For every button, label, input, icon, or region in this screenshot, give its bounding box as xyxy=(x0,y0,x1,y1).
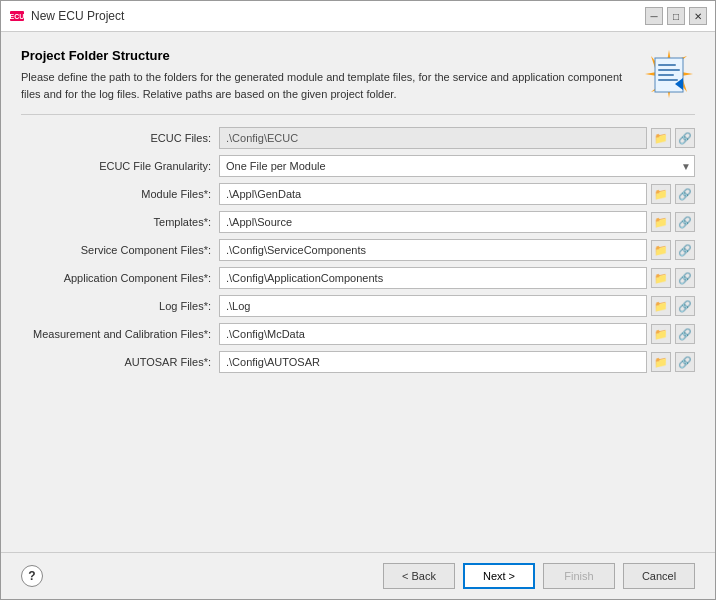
module-files-input-wrapper: 📁 🔗 xyxy=(219,183,695,205)
svg-rect-13 xyxy=(658,74,674,76)
app-icon: ECU xyxy=(9,8,25,24)
svg-rect-12 xyxy=(658,69,680,71)
app-component-link-button[interactable]: 🔗 xyxy=(675,268,695,288)
measurement-input[interactable] xyxy=(219,323,647,345)
app-component-browse-button[interactable]: 📁 xyxy=(651,268,671,288)
module-files-label: Module Files*: xyxy=(21,188,211,200)
templates-link-button[interactable]: 🔗 xyxy=(675,212,695,232)
ecuc-files-label: ECUC Files: xyxy=(21,132,211,144)
module-files-input[interactable] xyxy=(219,183,647,205)
templates-input-wrapper: 📁 🔗 xyxy=(219,211,695,233)
log-files-label: Log Files*: xyxy=(21,300,211,312)
header-section: Project Folder Structure Please define t… xyxy=(21,48,695,102)
ecuc-files-browse-button[interactable]: 📁 xyxy=(651,128,671,148)
autosar-row: AUTOSAR Files*: 📁 🔗 xyxy=(21,351,695,373)
finish-button[interactable]: Finish xyxy=(543,563,615,589)
minimize-button[interactable]: ─ xyxy=(645,7,663,25)
measurement-row: Measurement and Calibration Files*: 📁 🔗 xyxy=(21,323,695,345)
log-files-browse-button[interactable]: 📁 xyxy=(651,296,671,316)
module-files-browse-button[interactable]: 📁 xyxy=(651,184,671,204)
service-component-browse-button[interactable]: 📁 xyxy=(651,240,671,260)
header-divider xyxy=(21,114,695,115)
back-button[interactable]: < Back xyxy=(383,563,455,589)
autosar-browse-button[interactable]: 📁 xyxy=(651,352,671,372)
measurement-label: Measurement and Calibration Files*: xyxy=(21,328,211,340)
log-files-row: Log Files*: 📁 🔗 xyxy=(21,295,695,317)
log-files-input-wrapper: 📁 🔗 xyxy=(219,295,695,317)
measurement-link-button[interactable]: 🔗 xyxy=(675,324,695,344)
app-component-input[interactable] xyxy=(219,267,647,289)
cancel-button[interactable]: Cancel xyxy=(623,563,695,589)
app-component-row: Application Component Files*: 📁 🔗 xyxy=(21,267,695,289)
page-title: Project Folder Structure xyxy=(21,48,633,63)
next-button[interactable]: Next > xyxy=(463,563,535,589)
autosar-link-button[interactable]: 🔗 xyxy=(675,352,695,372)
help-button[interactable]: ? xyxy=(21,565,43,587)
ecuc-granularity-wrapper: One File per Module ▼ xyxy=(219,155,695,177)
ecuc-granularity-row: ECUC File Granularity: One File per Modu… xyxy=(21,155,695,177)
service-component-input-wrapper: 📁 🔗 xyxy=(219,239,695,261)
header-text: Project Folder Structure Please define t… xyxy=(21,48,633,102)
ecu-wizard-icon xyxy=(643,48,695,100)
log-files-link-button[interactable]: 🔗 xyxy=(675,296,695,316)
maximize-button[interactable]: □ xyxy=(667,7,685,25)
page-description: Please define the path to the folders fo… xyxy=(21,69,633,102)
autosar-input-wrapper: 📁 🔗 xyxy=(219,351,695,373)
service-component-label: Service Component Files*: xyxy=(21,244,211,256)
autosar-input[interactable] xyxy=(219,351,647,373)
autosar-label: AUTOSAR Files*: xyxy=(21,356,211,368)
title-bar: ECU New ECU Project ─ □ ✕ xyxy=(1,1,715,32)
ecuc-files-input xyxy=(219,127,647,149)
module-files-link-button[interactable]: 🔗 xyxy=(675,184,695,204)
ecuc-files-input-wrapper: 📁 🔗 xyxy=(219,127,695,149)
content-spacer xyxy=(21,383,695,536)
svg-rect-14 xyxy=(658,79,678,81)
service-component-link-button[interactable]: 🔗 xyxy=(675,240,695,260)
svg-rect-11 xyxy=(658,64,676,66)
footer: ? < Back Next > Finish Cancel xyxy=(1,552,715,599)
close-button[interactable]: ✕ xyxy=(689,7,707,25)
ecuc-files-link-button[interactable]: 🔗 xyxy=(675,128,695,148)
app-component-label: Application Component Files*: xyxy=(21,272,211,284)
ecuc-granularity-select[interactable]: One File per Module xyxy=(219,155,695,177)
main-window: ECU New ECU Project ─ □ ✕ Project Folder… xyxy=(0,0,716,600)
service-component-input[interactable] xyxy=(219,239,647,261)
form-section: ECUC Files: 📁 🔗 ECUC File Granularity: O… xyxy=(21,127,695,373)
ecuc-files-row: ECUC Files: 📁 🔗 xyxy=(21,127,695,149)
module-files-row: Module Files*: 📁 🔗 xyxy=(21,183,695,205)
service-component-row: Service Component Files*: 📁 🔗 xyxy=(21,239,695,261)
measurement-input-wrapper: 📁 🔗 xyxy=(219,323,695,345)
window-title: New ECU Project xyxy=(31,9,639,23)
ecuc-granularity-label: ECUC File Granularity: xyxy=(21,160,211,172)
content-area: Project Folder Structure Please define t… xyxy=(1,32,715,552)
templates-input[interactable] xyxy=(219,211,647,233)
svg-text:ECU: ECU xyxy=(10,13,25,20)
app-component-input-wrapper: 📁 🔗 xyxy=(219,267,695,289)
templates-label: Templates*: xyxy=(21,216,211,228)
templates-browse-button[interactable]: 📁 xyxy=(651,212,671,232)
log-files-input[interactable] xyxy=(219,295,647,317)
templates-row: Templates*: 📁 🔗 xyxy=(21,211,695,233)
window-controls: ─ □ ✕ xyxy=(645,7,707,25)
measurement-browse-button[interactable]: 📁 xyxy=(651,324,671,344)
